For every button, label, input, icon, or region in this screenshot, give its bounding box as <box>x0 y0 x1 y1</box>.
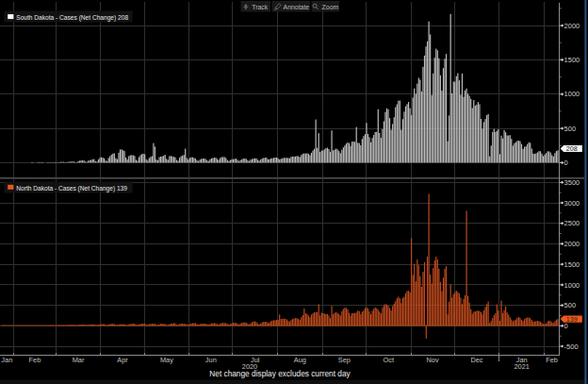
svg-text:208: 208 <box>566 144 578 153</box>
svg-text:Nov: Nov <box>427 356 439 364</box>
svg-text:North Dakota - Cases (Net Chan: North Dakota - Cases (Net Change) 139 <box>16 185 127 192</box>
svg-text:3500: 3500 <box>564 178 580 187</box>
svg-text:139: 139 <box>566 315 578 324</box>
svg-text:2000: 2000 <box>564 22 580 30</box>
svg-text:Dec: Dec <box>470 356 482 364</box>
svg-text:1500: 1500 <box>564 260 580 269</box>
svg-text:500: 500 <box>564 125 577 133</box>
svg-text:Apr: Apr <box>117 356 128 364</box>
svg-text:2500: 2500 <box>564 219 580 227</box>
svg-text:Aug: Aug <box>294 356 306 364</box>
svg-text:Jan: Jan <box>1 356 12 364</box>
svg-text:Sep: Sep <box>338 356 351 364</box>
svg-text:2000: 2000 <box>564 240 580 248</box>
svg-text:1000: 1000 <box>564 281 580 290</box>
svg-text:Oct: Oct <box>383 356 394 364</box>
svg-text:Feb: Feb <box>29 356 41 364</box>
svg-text:Annotate: Annotate <box>284 4 310 10</box>
svg-text:Net change display excludes cu: Net change display excludes current day <box>209 369 351 378</box>
svg-text:500: 500 <box>564 301 577 309</box>
svg-text:2021: 2021 <box>514 362 529 371</box>
svg-text:Track: Track <box>252 4 269 10</box>
svg-text:May: May <box>160 356 173 364</box>
svg-text:-500: -500 <box>564 342 579 351</box>
svg-text:Feb: Feb <box>546 356 558 364</box>
svg-text:1000: 1000 <box>564 90 580 98</box>
svg-text:Jun: Jun <box>205 356 217 364</box>
svg-text:Zoom: Zoom <box>322 4 339 10</box>
svg-text:Mar: Mar <box>73 356 85 364</box>
svg-text:South Dakota - Cases (Net Chan: South Dakota - Cases (Net Change) 208 <box>16 14 128 22</box>
svg-text:3000: 3000 <box>564 199 580 208</box>
svg-text:1500: 1500 <box>564 56 580 64</box>
svg-text:0: 0 <box>564 159 568 167</box>
